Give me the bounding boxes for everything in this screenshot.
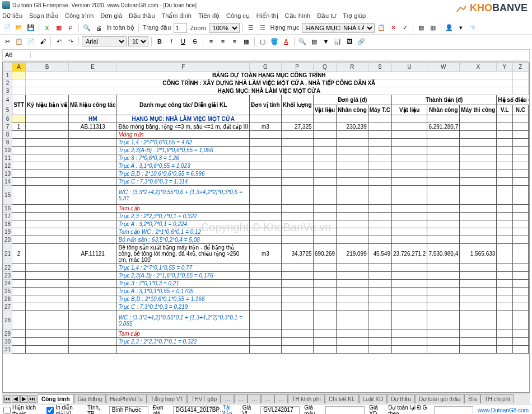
- row-16[interactable]: 16: [3, 205, 12, 213]
- export-icon[interactable]: ▦: [54, 23, 64, 33]
- redo-icon[interactable]: ↷: [66, 36, 76, 46]
- col-A[interactable]: A: [12, 63, 26, 72]
- menu-Tiến độ[interactable]: Tiến độ: [198, 12, 220, 20]
- row-6[interactable]: 6: [3, 115, 12, 123]
- row-1[interactable]: 1: [3, 72, 12, 79]
- underline-icon[interactable]: U: [178, 36, 188, 46]
- chart-icon[interactable]: 📊: [333, 36, 343, 46]
- col-Y[interactable]: Y: [497, 63, 512, 72]
- fontsize-select[interactable]: 10: [128, 36, 148, 46]
- tab-8[interactable]: …: [261, 394, 274, 403]
- giavl-select[interactable]: GVL242017: [260, 406, 300, 415]
- spreadsheet-grid[interactable]: Copyright © KhoBanVe.vn ABEFGPQRSUWXYZAA…: [2, 62, 530, 393]
- brush-icon[interactable]: 🖌: [38, 36, 48, 46]
- t3-icon[interactable]: ✓: [400, 23, 410, 33]
- hm-select[interactable]: HẠNG MỤC: NHÀ LÀM VI: [302, 23, 375, 33]
- dutoan-select[interactable]: [434, 406, 473, 415]
- paste-icon[interactable]: 📄: [26, 36, 36, 46]
- row-26[interactable]: 26: [3, 295, 12, 303]
- row-10[interactable]: 10: [3, 147, 12, 154]
- row-17[interactable]: 17: [3, 213, 12, 220]
- row-20[interactable]: 20: [3, 236, 12, 244]
- tab-13[interactable]: Dự thầu: [387, 394, 415, 403]
- t6-icon[interactable]: ▾: [456, 23, 466, 33]
- menu-Soạn thảo[interactable]: Soạn thảo: [29, 12, 58, 20]
- zoom-select[interactable]: 100%: [209, 23, 240, 33]
- format-icon[interactable]: ▤: [309, 36, 319, 46]
- row-7[interactable]: 7: [3, 123, 12, 131]
- col-S[interactable]: S: [368, 63, 391, 72]
- row-23[interactable]: 23: [3, 272, 12, 280]
- row-3[interactable]: 3: [3, 87, 12, 95]
- row-28[interactable]: 28: [3, 311, 12, 330]
- col-AA[interactable]: AA: [529, 63, 530, 72]
- row-31[interactable]: 31: [3, 346, 12, 354]
- tab-0[interactable]: Công trình: [38, 394, 74, 403]
- fontcolor-icon[interactable]: A: [281, 36, 291, 46]
- tab-nav[interactable]: ◀: [12, 395, 20, 403]
- tab-6[interactable]: …: [234, 394, 248, 403]
- tab-3[interactable]: Tổng hợp VT: [147, 394, 188, 403]
- tab-nav[interactable]: ⏮: [3, 395, 11, 403]
- tab-7[interactable]: …: [248, 394, 261, 403]
- col-F[interactable]: F: [117, 63, 249, 72]
- pdf-icon[interactable]: P: [66, 23, 76, 33]
- align-center-icon[interactable]: ≡: [218, 36, 228, 46]
- new-icon[interactable]: 📄: [2, 23, 12, 33]
- tab-5[interactable]: …: [221, 394, 234, 403]
- image-icon[interactable]: 🖼: [344, 36, 354, 46]
- row-13[interactable]: 13: [3, 170, 12, 178]
- tab-1[interactable]: Giá thặng: [74, 394, 106, 403]
- menu-Công trình[interactable]: Công trình: [65, 12, 94, 19]
- italic-icon[interactable]: I: [166, 36, 176, 46]
- col-[interactable]: [3, 63, 12, 72]
- sort-icon[interactable]: ▼: [321, 36, 331, 46]
- tab-15[interactable]: Bìa: [464, 394, 480, 403]
- row-29[interactable]: 29: [3, 330, 12, 338]
- tab-11[interactable]: Chi tiết KL: [325, 394, 359, 403]
- tab-nav[interactable]: ⏭: [29, 395, 36, 403]
- row-8[interactable]: 8: [3, 131, 12, 139]
- tab-nav[interactable]: ▶: [20, 395, 28, 403]
- col-R[interactable]: R: [337, 63, 368, 72]
- print-label[interactable]: In toàn bộ: [105, 24, 136, 31]
- row-21[interactable]: 21: [3, 244, 12, 264]
- fill-icon[interactable]: 🪣: [269, 36, 279, 46]
- help-icon[interactable]: ?: [468, 23, 478, 33]
- link-icon[interactable]: 🔗: [356, 36, 366, 46]
- col-G[interactable]: G: [249, 63, 281, 72]
- row-22[interactable]: 22: [3, 264, 12, 272]
- col-U[interactable]: U: [391, 63, 427, 72]
- menu-Công cụ[interactable]: Công cụ: [226, 12, 250, 20]
- row-11[interactable]: 11: [3, 154, 12, 162]
- col-Q[interactable]: Q: [313, 63, 336, 72]
- tab-12[interactable]: Luật XD: [359, 394, 388, 403]
- menu-Đầu tư[interactable]: Đầu tư: [317, 12, 336, 20]
- bold-icon[interactable]: B: [155, 36, 165, 46]
- excel-icon[interactable]: X: [42, 23, 52, 33]
- align-right-icon[interactable]: ≡: [230, 36, 240, 46]
- save-icon[interactable]: 💾: [26, 23, 36, 33]
- align-left-icon[interactable]: ≡: [206, 36, 216, 46]
- tab-14[interactable]: Dự toán gói thầu: [415, 394, 464, 403]
- tab-9[interactable]: …: [274, 394, 288, 403]
- row-25[interactable]: 25: [3, 288, 12, 295]
- t2-icon[interactable]: ✕: [388, 23, 398, 33]
- menu-Hiển thị[interactable]: Hiển thị: [256, 12, 278, 20]
- copy-icon[interactable]: 📋: [14, 36, 24, 46]
- tinh-select[interactable]: Bình Phước: [109, 406, 148, 415]
- merge-icon[interactable]: ▦: [241, 36, 251, 46]
- tab-4[interactable]: THVT gộp: [187, 394, 221, 403]
- undo-icon[interactable]: ↶: [54, 36, 64, 46]
- t1-icon[interactable]: 📋: [376, 23, 386, 33]
- find-icon[interactable]: 🔍: [297, 36, 307, 46]
- col-P[interactable]: P: [281, 63, 313, 72]
- row-14[interactable]: 14: [3, 178, 12, 186]
- user-icon[interactable]: 👤: [444, 23, 454, 33]
- col-X[interactable]: X: [460, 63, 497, 72]
- col-E[interactable]: E: [68, 63, 117, 72]
- row-18[interactable]: 18: [3, 220, 12, 228]
- page-input[interactable]: [174, 23, 187, 33]
- border-icon[interactable]: ▢: [258, 36, 268, 46]
- t4-icon[interactable]: ▤: [416, 23, 426, 33]
